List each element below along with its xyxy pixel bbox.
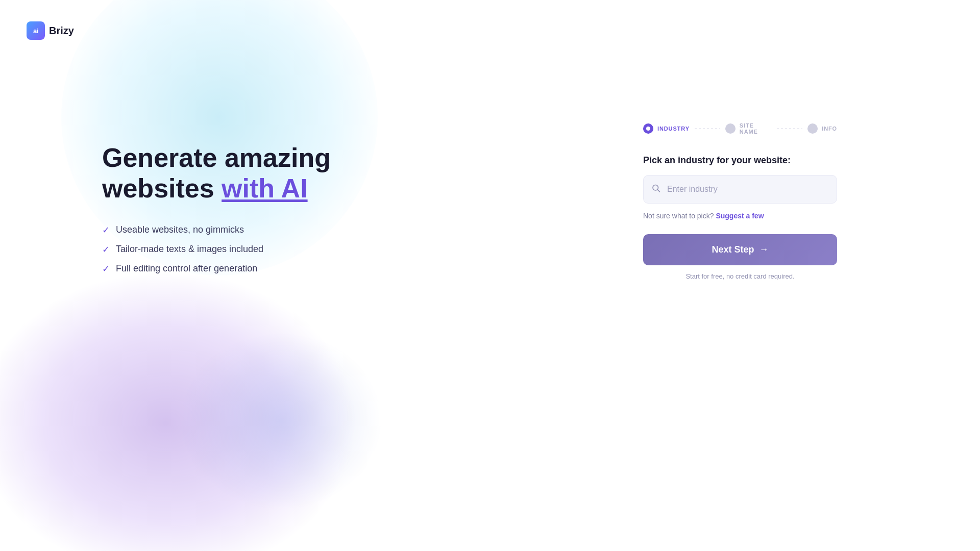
suggest-text: Not sure what to pick? Suggest a few <box>643 212 837 220</box>
feature-item: ✓ Tailor-made texts & images included <box>102 244 368 255</box>
headline-line2-normal: websites <box>102 173 222 203</box>
step-circle-sitename <box>725 123 736 134</box>
step-circle-info <box>807 123 818 134</box>
logo-icon-text: ai <box>33 27 38 35</box>
suggest-link[interactable]: Suggest a few <box>716 212 764 220</box>
step-label-sitename: SITE NAME <box>740 122 772 135</box>
feature-text: Useable websites, no gimmicks <box>116 224 244 235</box>
stepper: INDUSTRY SITE NAME INFO <box>643 122 837 135</box>
step-label-industry: INDUSTRY <box>657 126 690 132</box>
feature-item: ✓ Useable websites, no gimmicks <box>102 224 368 236</box>
logo-name: Brizy <box>49 25 74 37</box>
step-connector-2 <box>777 129 802 129</box>
check-icon: ✓ <box>102 244 110 255</box>
search-input-wrapper <box>643 175 837 204</box>
bg-blob-bottom-left <box>0 270 357 551</box>
free-note: Start for free, no credit card required. <box>643 272 837 280</box>
arrow-icon: → <box>760 244 769 255</box>
next-step-label: Next Step <box>712 244 754 255</box>
right-panel: INDUSTRY SITE NAME INFO Pick an industry… <box>643 122 837 280</box>
headline-highlight: with AI <box>222 173 308 203</box>
step-info: INFO <box>807 123 837 134</box>
step-label-info: INFO <box>822 126 837 132</box>
form-pick-label: Pick an industry for your website: <box>643 155 837 166</box>
feature-text: Full editing control after generation <box>116 263 257 274</box>
feature-text: Tailor-made texts & images included <box>116 244 263 255</box>
logo[interactable]: ai Brizy <box>27 21 74 40</box>
left-content: Generate amazing websites with AI ✓ Usea… <box>102 143 368 274</box>
step-connector-1 <box>695 129 720 129</box>
next-step-button[interactable]: Next Step → <box>643 234 837 265</box>
bg-blob-bottom-right <box>179 332 383 510</box>
industry-input[interactable] <box>643 175 837 204</box>
feature-item: ✓ Full editing control after generation <box>102 263 368 274</box>
step-sitename: SITE NAME <box>725 122 772 135</box>
logo-icon: ai <box>27 21 45 40</box>
check-icon: ✓ <box>102 263 110 274</box>
headline-line1: Generate amazing <box>102 143 331 172</box>
check-icon: ✓ <box>102 224 110 236</box>
step-circle-industry <box>643 123 653 134</box>
search-icon <box>651 184 660 195</box>
svg-line-1 <box>657 190 659 192</box>
step-industry: INDUSTRY <box>643 123 690 134</box>
headline: Generate amazing websites with AI <box>102 143 368 204</box>
suggest-prefix: Not sure what to pick? <box>643 212 714 220</box>
features-list: ✓ Useable websites, no gimmicks ✓ Tailor… <box>102 224 368 274</box>
